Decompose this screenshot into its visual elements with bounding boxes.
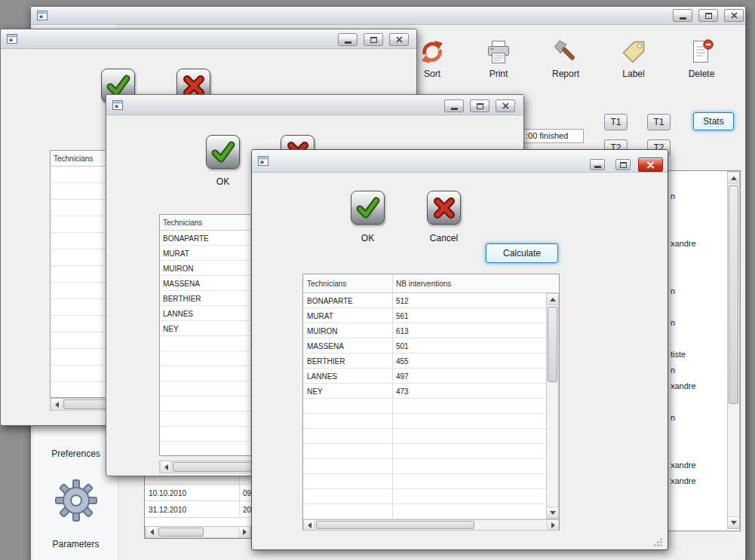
list-item[interactable] xyxy=(665,252,727,268)
stats-button[interactable]: Stats xyxy=(693,112,734,130)
date-row[interactable]: 10.10.201009 xyxy=(145,485,251,501)
list-item[interactable]: n xyxy=(665,188,727,204)
scrollbar-thumb[interactable] xyxy=(548,307,557,382)
scroll-up-button[interactable] xyxy=(547,293,558,305)
table-row[interactable]: MURAT561 xyxy=(303,308,546,323)
scroll-left-button[interactable] xyxy=(303,520,315,530)
list-item[interactable]: n xyxy=(665,283,727,299)
scroll-down-button[interactable] xyxy=(728,516,739,528)
maximize-button[interactable] xyxy=(615,159,631,170)
scroll-right-button[interactable] xyxy=(547,520,559,530)
list-item[interactable]: xandre xyxy=(665,457,727,473)
table-row[interactable] xyxy=(303,489,546,504)
list-item[interactable]: tiste xyxy=(665,347,727,363)
scroll-up-button[interactable] xyxy=(728,172,739,184)
minimize-icon xyxy=(594,166,601,168)
table-row[interactable]: MUIRON613 xyxy=(303,323,546,338)
list-item[interactable] xyxy=(665,394,727,410)
arrow-up-icon xyxy=(550,298,556,301)
table-row[interactable] xyxy=(303,399,546,414)
list-item[interactable] xyxy=(665,268,727,283)
technicians-dialog-front: OK Cancel Calculate Technicians NB inter… xyxy=(251,149,668,550)
list-item[interactable] xyxy=(665,505,727,521)
close-button[interactable] xyxy=(389,33,409,46)
list-item[interactable] xyxy=(665,299,727,315)
list-item[interactable] xyxy=(665,489,727,505)
scroll-left-button[interactable] xyxy=(51,399,63,410)
minimize-button[interactable] xyxy=(338,33,358,46)
close-button[interactable] xyxy=(496,99,515,112)
check-icon xyxy=(354,195,382,221)
minimize-button[interactable] xyxy=(590,159,605,170)
table-row[interactable] xyxy=(303,444,546,459)
scroll-right-button[interactable] xyxy=(238,527,250,537)
list-item[interactable] xyxy=(665,204,727,220)
minimize-icon xyxy=(345,41,351,44)
scroll-left-button[interactable] xyxy=(160,461,172,473)
list-item[interactable] xyxy=(665,442,727,457)
results-vertical-scrollbar[interactable] xyxy=(727,171,740,529)
toolbar-print-button[interactable]: Print xyxy=(474,38,523,79)
scrollbar-thumb[interactable] xyxy=(729,185,738,404)
toolbar-label-label: Label xyxy=(609,69,658,79)
column-divider xyxy=(392,274,393,519)
maximize-button[interactable] xyxy=(364,33,383,46)
scroll-left-button[interactable] xyxy=(146,527,158,537)
list-item[interactable]: n xyxy=(665,363,727,378)
list-item[interactable]: n xyxy=(665,315,727,331)
ok-button[interactable] xyxy=(351,191,385,225)
toolbar-label-button[interactable]: Label xyxy=(609,38,658,79)
scroll-down-button[interactable] xyxy=(547,506,558,519)
list-item[interactable] xyxy=(665,331,727,347)
cancel-button[interactable] xyxy=(427,191,461,225)
table-row[interactable] xyxy=(303,504,546,519)
table-row[interactable]: BERTHIER455 xyxy=(303,353,546,369)
maximize-button[interactable] xyxy=(698,9,718,22)
resize-grip[interactable] xyxy=(653,537,663,547)
list-item[interactable] xyxy=(665,173,727,188)
horizontal-scrollbar[interactable] xyxy=(303,519,559,531)
maximize-button[interactable] xyxy=(470,99,490,112)
t1-button-right[interactable]: T1 xyxy=(647,114,671,130)
toolbar-report-button[interactable]: Report xyxy=(542,38,590,79)
list-item[interactable]: xandre xyxy=(665,378,727,394)
list-item[interactable] xyxy=(665,426,727,442)
scrollbar-thumb[interactable] xyxy=(158,528,204,537)
scrollbar-thumb[interactable] xyxy=(316,521,474,529)
main-window-titlebar[interactable] xyxy=(31,7,745,25)
toolbar-delete-button[interactable]: Delete xyxy=(677,38,726,79)
list-item[interactable]: xandre xyxy=(665,473,727,489)
technicians-header: Technicians xyxy=(54,155,93,163)
minimize-button[interactable] xyxy=(673,9,692,22)
arrow-up-icon xyxy=(731,176,737,180)
table-row[interactable] xyxy=(303,414,546,429)
list-item[interactable]: n xyxy=(665,410,727,426)
dialog-titlebar[interactable] xyxy=(252,150,668,173)
date-row[interactable]: 31.12.201020 xyxy=(145,501,251,518)
table-rows: BONAPARTE512MURAT561MUIRON613MASSENA501B… xyxy=(303,293,546,519)
gear-icon[interactable] xyxy=(34,479,118,522)
minimize-button[interactable] xyxy=(444,99,464,112)
table-row[interactable] xyxy=(303,429,546,444)
table-row[interactable] xyxy=(303,474,546,489)
table-row[interactable]: LANNES497 xyxy=(303,369,546,384)
arrow-right-icon xyxy=(551,522,555,528)
dialog-titlebar[interactable] xyxy=(1,29,416,49)
dialog-titlebar[interactable] xyxy=(106,95,523,115)
list-item[interactable] xyxy=(665,220,727,236)
table-row[interactable]: MASSENA501 xyxy=(303,338,546,353)
interventions-table: Technicians NB interventions BONAPARTE51… xyxy=(302,274,560,531)
close-button[interactable] xyxy=(724,9,744,22)
table-row[interactable]: BONAPARTE512 xyxy=(303,293,546,308)
t1-button-left[interactable]: T1 xyxy=(604,114,628,130)
table-row[interactable]: NEY473 xyxy=(303,384,546,399)
close-icon xyxy=(731,12,738,19)
sidebar-item-parameters[interactable]: Parameters xyxy=(34,539,118,549)
close-button[interactable] xyxy=(638,158,663,172)
calculate-button[interactable]: Calculate xyxy=(486,243,558,263)
vertical-scrollbar[interactable] xyxy=(546,293,559,519)
table-row[interactable] xyxy=(303,459,546,474)
dates-horizontal-scrollbar[interactable] xyxy=(145,526,251,538)
ok-button[interactable] xyxy=(206,135,240,169)
list-item[interactable]: xandre xyxy=(665,236,727,252)
